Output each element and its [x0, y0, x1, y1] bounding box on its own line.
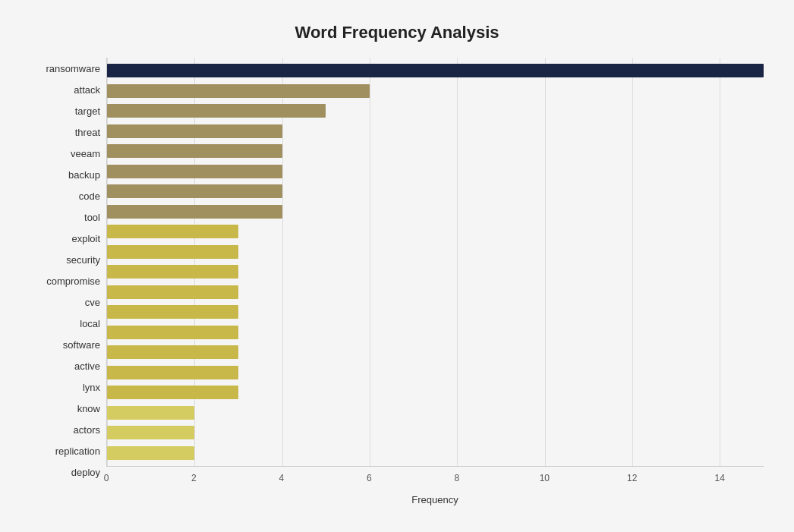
x-tick-4: 4: [279, 473, 285, 483]
x-tick-12: 12: [627, 473, 637, 483]
bar-row-backup: [107, 164, 764, 179]
y-label-replication: replication: [30, 442, 100, 459]
bar-active: [107, 345, 238, 359]
bar-target: [107, 104, 326, 118]
x-axis-title: Frequency: [106, 494, 764, 505]
y-label-lynx: lynx: [30, 379, 100, 395]
y-label-active: active: [30, 357, 100, 374]
y-label-security: security: [30, 251, 100, 268]
bar-row-active: [107, 345, 764, 360]
bar-row-exploit: [107, 224, 764, 239]
bar-know: [107, 386, 238, 399]
bar-row-actors: [107, 405, 764, 420]
bar-row-compromise: [107, 264, 764, 279]
bar-row-local: [107, 304, 764, 320]
bar-exploit: [107, 225, 238, 238]
bar-veeam: [107, 144, 282, 158]
bars-wrapper: [107, 58, 764, 466]
bar-row-code: [107, 184, 764, 199]
bar-code: [107, 184, 282, 198]
bar-deploy: [107, 446, 194, 460]
bar-local: [107, 305, 238, 319]
y-label-tool: tool: [30, 209, 100, 225]
bar-row-cve: [107, 285, 764, 300]
bars-section: [106, 58, 764, 467]
bar-row-lynx: [107, 365, 764, 380]
bar-ransomware: [107, 64, 764, 77]
bar-replication: [107, 426, 194, 439]
y-label-actors: actors: [30, 421, 100, 438]
bar-attack: [107, 84, 370, 98]
x-tick-8: 8: [455, 473, 460, 483]
bar-row-know: [107, 385, 764, 400]
x-axis-labels: 02468101214: [106, 470, 764, 493]
y-label-compromise: compromise: [30, 272, 100, 289]
y-label-exploit: exploit: [30, 230, 100, 247]
bar-row-replication: [107, 425, 764, 440]
y-label-veeam: veeam: [30, 145, 100, 162]
bar-lynx: [107, 366, 238, 379]
bar-tool: [107, 205, 282, 219]
y-label-software: software: [30, 336, 100, 353]
plot-area: 02468101214 Frequency: [106, 58, 764, 505]
bar-row-security: [107, 244, 764, 260]
bar-row-ransomware: [107, 63, 764, 78]
bar-row-attack: [107, 83, 764, 99]
x-tick-6: 6: [367, 473, 372, 483]
bar-row-veeam: [107, 143, 764, 159]
y-label-deploy: deploy: [30, 464, 100, 480]
y-label-backup: backup: [30, 166, 100, 183]
x-tick-0: 0: [104, 473, 109, 483]
y-label-threat: threat: [30, 124, 100, 140]
y-label-cve: cve: [30, 294, 100, 310]
y-labels: ransomwareattacktargetthreatveeambackupc…: [30, 58, 106, 505]
bar-backup: [107, 165, 282, 178]
bar-row-deploy: [107, 445, 764, 461]
bar-actors: [107, 406, 194, 420]
chart-area: ransomwareattacktargetthreatveeambackupc…: [30, 58, 764, 505]
x-tick-10: 10: [540, 473, 550, 483]
bar-row-software: [107, 325, 764, 340]
chart-container: Word Frequency Analysis ransomwareattack…: [0, 0, 794, 532]
y-label-target: target: [30, 102, 100, 119]
y-label-attack: attack: [30, 81, 100, 98]
chart-title: Word Frequency Analysis: [30, 15, 764, 42]
bar-row-threat: [107, 124, 764, 139]
y-label-code: code: [30, 187, 100, 204]
y-label-ransomware: ransomware: [30, 60, 100, 77]
bar-row-target: [107, 103, 764, 118]
bar-cve: [107, 285, 238, 299]
bar-security: [107, 245, 238, 259]
bar-threat: [107, 124, 282, 138]
y-label-local: local: [30, 315, 100, 332]
bar-compromise: [107, 265, 238, 279]
x-tick-2: 2: [191, 473, 197, 483]
x-tick-14: 14: [715, 473, 725, 483]
bar-software: [107, 326, 238, 339]
bar-row-tool: [107, 204, 764, 219]
y-label-know: know: [30, 400, 100, 417]
